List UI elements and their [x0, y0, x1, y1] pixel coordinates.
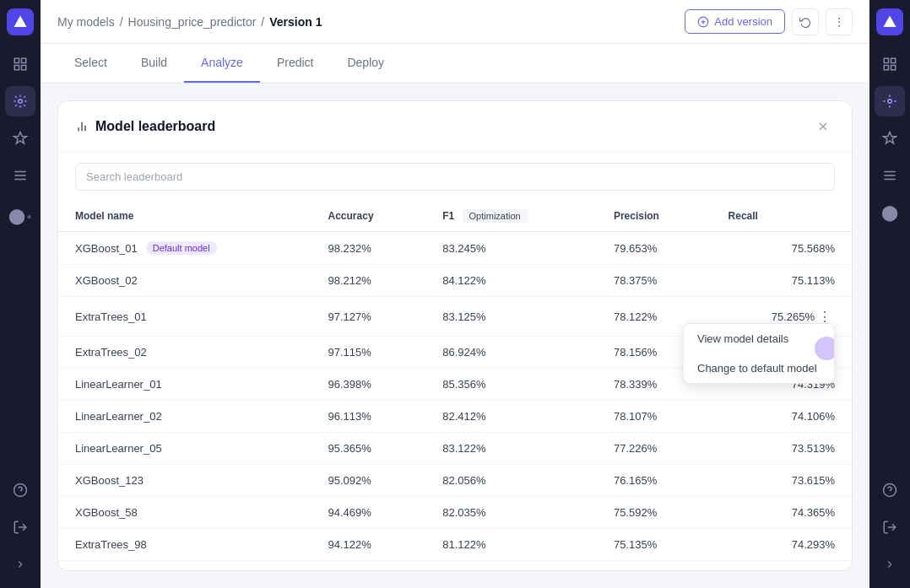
- cell-accuracy: 96.113%: [311, 401, 426, 433]
- tab-select[interactable]: Select: [57, 44, 124, 83]
- svg-point-5: [19, 100, 23, 104]
- svg-rect-22: [891, 58, 896, 62]
- cell-model-name: ExtraTrees_98: [58, 529, 311, 561]
- table-container[interactable]: Model name Accuracy F1 Optimization Prec…: [58, 201, 852, 570]
- app-logo[interactable]: [7, 8, 34, 35]
- svg-rect-23: [884, 66, 888, 70]
- breadcrumb-part1[interactable]: My models: [57, 15, 115, 29]
- right-app-logo[interactable]: [876, 8, 903, 35]
- cell-model-name: LinearLearner_02: [58, 401, 311, 433]
- cell-accuracy: 97.127%: [311, 297, 426, 337]
- table-row: XGBoost_5894.469%82.035%75.592% 74.365%: [58, 497, 852, 529]
- add-version-label: Add version: [714, 15, 772, 28]
- sidebar-expand-btn[interactable]: [5, 549, 35, 580]
- cell-recall: 74.106%: [712, 401, 852, 433]
- table-row: ExtraTrees_9894.122%81.122%75.135% 74.29…: [58, 529, 852, 561]
- model-name-text: XGBoost_58: [75, 506, 138, 519]
- add-version-button[interactable]: Add version: [685, 9, 785, 34]
- table-row: XGBoost_01Default model98.232%83.245%79.…: [58, 232, 852, 265]
- history-icon: [799, 16, 811, 28]
- cell-f1: 83.245%: [425, 232, 597, 265]
- tab-analyze[interactable]: Analyze: [184, 44, 260, 83]
- svg-marker-20: [884, 16, 896, 28]
- sidebar-item-plugins[interactable]: [5, 123, 35, 154]
- right-sidebar-toggle[interactable]: ⬤: [875, 197, 905, 228]
- cell-precision: 75.592%: [597, 497, 712, 529]
- history-button[interactable]: [792, 8, 819, 35]
- sidebar-item-dashboard[interactable]: [5, 49, 35, 79]
- model-name-text: ExtraTrees_02: [75, 346, 147, 359]
- cell-f1: 86.924%: [425, 337, 597, 369]
- right-sidebar-item-models[interactable]: [875, 86, 905, 116]
- svg-marker-0: [14, 16, 27, 28]
- breadcrumb-sep1: /: [120, 15, 123, 29]
- cell-f1: 83.125%: [425, 297, 597, 337]
- left-sidebar: ⬤ ●: [0, 0, 41, 588]
- cell-model-name: ExtraTrees_01: [58, 297, 311, 337]
- right-sidebar-item-plugins[interactable]: [875, 123, 905, 154]
- model-name-text: ExtraTrees_98: [75, 538, 147, 551]
- cell-precision: 75.135%: [597, 529, 712, 561]
- cell-model-name: XGBoost_01Default model: [58, 232, 311, 265]
- sidebar-item-models[interactable]: [5, 86, 35, 116]
- tab-build[interactable]: Build: [124, 44, 184, 83]
- default-badge: Default model: [146, 241, 217, 255]
- table-row: XGBoost_12395.092%82.056%76.165% 73.615%: [58, 465, 852, 497]
- right-sidebar-logout[interactable]: [875, 512, 905, 542]
- leaderboard-icon: [75, 120, 89, 133]
- model-name-text: LinearLearner_02: [75, 410, 162, 423]
- svg-rect-21: [884, 58, 888, 62]
- cell-f1: 81.122%: [425, 529, 597, 561]
- main-content: My models / Housing_price_predictor / Ve…: [41, 0, 869, 588]
- right-sidebar: ⬤: [869, 0, 910, 588]
- row-actions: 74.293%: [729, 538, 835, 551]
- context-menu-view-details[interactable]: View model details: [684, 324, 834, 353]
- cell-accuracy: 98.232%: [311, 232, 426, 265]
- sidebar-item-toggle[interactable]: ⬤ ●: [5, 201, 35, 231]
- sidebar-item-list[interactable]: [5, 160, 35, 191]
- svg-rect-4: [22, 66, 26, 70]
- svg-rect-24: [891, 66, 896, 70]
- cell-accuracy: 94.122%: [311, 529, 426, 561]
- cell-accuracy: 98.212%: [311, 265, 426, 297]
- sidebar-item-logout[interactable]: [5, 512, 35, 542]
- table-row: LinearLearner_0595.365%83.122%77.226% 73…: [58, 433, 852, 465]
- cell-model-name: ExtraTrees_109: [58, 561, 311, 571]
- tab-predict[interactable]: Predict: [260, 44, 331, 83]
- cell-recall: 73.615%: [712, 465, 852, 497]
- cell-accuracy: 93.824%: [311, 561, 426, 571]
- table-row: ExtraTrees_10993.824%80.357%75.287% 74.1…: [58, 561, 852, 571]
- breadcrumb-part2[interactable]: Housing_price_predictor: [128, 15, 257, 29]
- cell-precision: 75.287%: [597, 561, 712, 571]
- right-sidebar-item-list[interactable]: [875, 160, 905, 191]
- sidebar-item-help[interactable]: [5, 475, 35, 505]
- recall-value: 74.106%: [792, 410, 835, 423]
- search-input[interactable]: [75, 163, 835, 191]
- close-leaderboard-button[interactable]: [811, 115, 835, 138]
- recall-value: 75.568%: [792, 242, 835, 255]
- context-menu-change-default[interactable]: Change to default model: [684, 353, 834, 383]
- more-options-button[interactable]: ⋮: [826, 8, 853, 35]
- right-sidebar-item-dashboard[interactable]: [875, 49, 905, 79]
- model-name-text: LinearLearner_05: [75, 442, 162, 455]
- cell-recall: 75.265% ⋮ View model details Change to d…: [712, 297, 852, 337]
- tab-deploy[interactable]: Deploy: [330, 44, 401, 83]
- col-model-name: Model name: [58, 201, 311, 232]
- optimization-badge: Optimization: [463, 209, 528, 223]
- right-sidebar-expand[interactable]: [875, 549, 905, 580]
- row-actions: 73.615%: [729, 474, 835, 487]
- cell-f1: 82.035%: [425, 497, 597, 529]
- col-recall: Recall: [712, 201, 852, 232]
- content-area: Model leaderboard Model name: [41, 84, 869, 588]
- model-name-text: LinearLearner_01: [75, 378, 162, 391]
- breadcrumb-part3: Version 1: [269, 15, 322, 29]
- recall-value: 75.265%: [772, 310, 815, 323]
- col-accuracy: Accuracy: [311, 201, 426, 232]
- leaderboard-table: Model name Accuracy F1 Optimization Prec…: [58, 201, 852, 570]
- cell-accuracy: 96.398%: [311, 369, 426, 401]
- right-sidebar-help[interactable]: [875, 475, 905, 505]
- recall-value: 74.365%: [792, 506, 835, 519]
- svg-point-25: [888, 100, 892, 104]
- top-bar: My models / Housing_price_predictor / Ve…: [41, 0, 869, 44]
- leaderboard-card: Model leaderboard Model name: [57, 100, 853, 571]
